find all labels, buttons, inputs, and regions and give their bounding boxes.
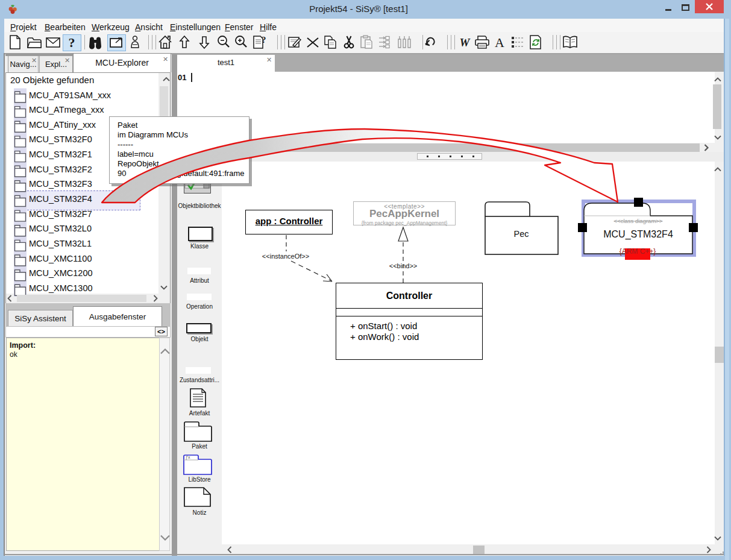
svg-text:Pec: Pec [514, 229, 529, 239]
svg-text:<<class diagram>>: <<class diagram>> [614, 218, 663, 224]
svg-text:<<bind>>: <<bind>> [389, 262, 418, 269]
svg-text:{ARM C++}: {ARM C++} [620, 247, 656, 256]
svg-text:MCU_STM32F4: MCU_STM32F4 [603, 229, 673, 240]
svg-text:<<instanceOf>>: <<instanceOf>> [262, 253, 309, 260]
